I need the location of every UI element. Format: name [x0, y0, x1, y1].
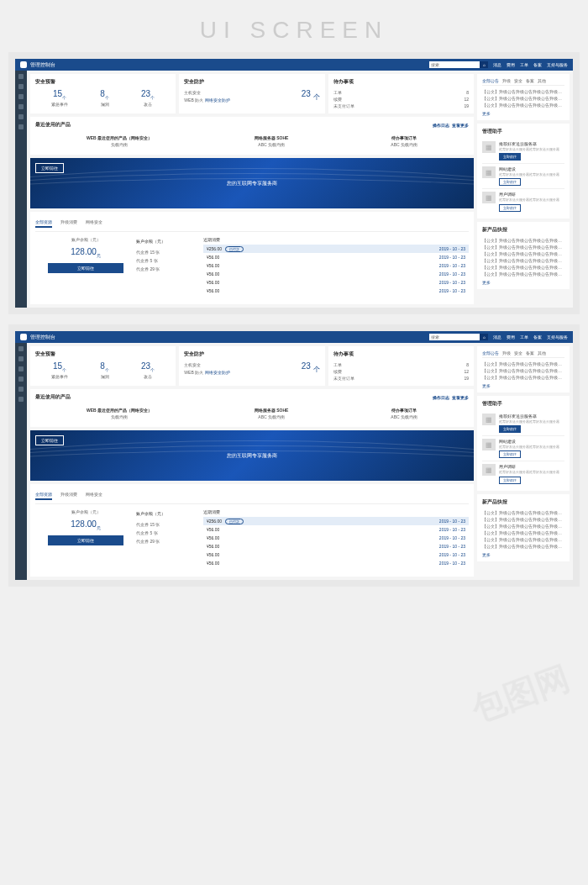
- sidebar: [15, 71, 27, 308]
- consume-row[interactable]: ¥256.00已付款2019 - 10 - 23: [203, 245, 469, 253]
- news-item[interactable]: 【公文】升级公告升级公告升级公告升级公告: [482, 264, 564, 271]
- sidebar-cloud-icon[interactable]: [18, 377, 24, 382]
- logo-icon: [20, 334, 27, 340]
- nav-fees[interactable]: 费用: [507, 335, 515, 340]
- sidebar-data-icon[interactable]: [18, 397, 24, 402]
- consume-row[interactable]: ¥56.002019 - 10 - 23: [203, 261, 469, 270]
- recent-products-panel: 最近使用的产品 操作日志 查看更多 WEB 最近使用的产品（网络安全）负载均衡 …: [30, 117, 474, 155]
- news-item[interactable]: 【公文】升级公告升级公告升级公告升级公告: [482, 257, 564, 264]
- nav-support[interactable]: 支持与服务: [547, 62, 568, 67]
- helper-title: 用户调研: [499, 192, 564, 197]
- sidebar-grid-icon[interactable]: [18, 84, 24, 89]
- security-defense-panel: 安全防护 主机安全 WEB 防火 网络安全防护 23 个: [179, 74, 324, 113]
- search-input[interactable]: [429, 334, 480, 340]
- announcement-item[interactable]: 【公文】升级公告升级公告升级公告升级公告: [482, 95, 564, 102]
- announcement-item[interactable]: 【公文】升级公告升级公告升级公告升级公告: [482, 88, 564, 95]
- helper-thumb-icon: ▦: [482, 192, 496, 203]
- helper-button[interactable]: 立即前往: [499, 204, 521, 212]
- sidebar-home-icon[interactable]: [18, 74, 24, 79]
- tab-security[interactable]: 网络安全: [86, 219, 102, 228]
- ann-more-link[interactable]: 更多: [482, 111, 564, 116]
- panel-title: 安全预警: [35, 78, 171, 86]
- search-button[interactable]: ⌕: [480, 61, 488, 68]
- voucher-head: 账户余额（元）: [136, 237, 203, 245]
- ann-tab-all[interactable]: 全部公告: [482, 78, 499, 83]
- consume-row[interactable]: ¥56.002019 - 10 - 23: [203, 253, 469, 261]
- nav-messages[interactable]: 消息: [493, 335, 501, 340]
- defense-link[interactable]: 网络安全防护: [205, 97, 230, 103]
- search-wrap: ⌕: [429, 61, 488, 68]
- product-col[interactable]: 网络服务器 SOHEABC 负载均衡: [255, 135, 289, 147]
- ann-tab-upgrade[interactable]: 升级: [502, 78, 511, 83]
- logo-icon: [20, 61, 27, 68]
- nav-tickets[interactable]: 工单: [520, 335, 528, 340]
- stat-item: 15个紧急事件: [51, 89, 68, 107]
- news-item[interactable]: 【公文】升级公告升级公告升级公告升级公告: [482, 250, 564, 257]
- consume-row[interactable]: ¥56.002019 - 10 - 23: [203, 287, 469, 295]
- product-col[interactable]: 待办事项订单ABC 负载均衡: [391, 135, 417, 147]
- helper-desc: 推荐好友送云服务器推荐好友送云服务器: [499, 198, 564, 202]
- web-label: WEB 防火: [184, 97, 203, 103]
- balance-label: 账户余额（元）: [35, 237, 136, 242]
- nav-filing[interactable]: 备案: [533, 62, 542, 67]
- recharge-button[interactable]: 立即前往: [48, 263, 123, 273]
- page-label: UI SCREEN: [0, 0, 588, 52]
- consume-title: 近期消费: [203, 237, 469, 242]
- product-col[interactable]: WEB 最近使用的产品（网络安全）负载均衡: [87, 135, 152, 147]
- tab-upgrade[interactable]: 升级消费: [60, 219, 77, 228]
- nav-support[interactable]: 支持与服务: [547, 335, 568, 340]
- app-title: 管理控制台: [30, 334, 55, 341]
- panel-title: 最近使用的产品: [35, 121, 71, 129]
- helper-desc: 推荐好友送云服务器推荐好友送云服务器: [499, 172, 564, 176]
- helper-card: ▦ 推荐好友送云服务器 推荐好友送云服务器推荐好友送云服务器 立即前往: [482, 139, 564, 164]
- nav-fees[interactable]: 费用: [507, 62, 515, 67]
- voucher-line: 代金券 15 张: [136, 248, 203, 256]
- helper-button[interactable]: 立即前往: [499, 153, 521, 161]
- news-item[interactable]: 【公文】升级公告升级公告升级公告升级公告: [482, 244, 564, 250]
- stat-item: 23个攻击: [141, 89, 155, 107]
- new-products-panel: 新产品快报 【公文】升级公告升级公告升级公告升级公告 【公文】升级公告升级公告升…: [477, 222, 570, 289]
- voucher-line: 代金券 29 张: [136, 265, 203, 273]
- sidebar-user-icon[interactable]: [18, 366, 24, 371]
- host-security-label: 主机安全: [184, 89, 229, 97]
- sidebar-home-icon[interactable]: [18, 346, 24, 351]
- sidebar-grid-icon[interactable]: [18, 356, 24, 361]
- sidebar-data-icon[interactable]: [18, 124, 24, 129]
- todo-item[interactable]: 工单8: [333, 89, 469, 96]
- nav-filing[interactable]: 备案: [533, 335, 542, 340]
- voucher-line: 代金券 5 张: [136, 256, 203, 265]
- helper-thumb-icon: ▦: [482, 141, 496, 153]
- announcements-panel: 全部公告 升级 安全 备案 其他 【公文】升级公告升级公告升级公告升级公告 【公…: [477, 74, 570, 120]
- ann-tab-filing[interactable]: 备案: [526, 78, 534, 83]
- banner-button[interactable]: 立即前往: [35, 163, 64, 173]
- stat-item: 8个漏洞: [100, 89, 109, 107]
- search-input[interactable]: [429, 61, 480, 68]
- news-more-link[interactable]: 更多: [482, 280, 564, 285]
- helper-button[interactable]: 立即前往: [499, 178, 521, 186]
- news-item[interactable]: 【公文】升级公告升级公告升级公告升级公告: [482, 271, 564, 277]
- search-button[interactable]: ⌕: [480, 334, 488, 340]
- resource-panel: 全部资源 升级消费 网络安全 账户余额（元） 128.00元 立即前往 账户余额…: [30, 212, 474, 304]
- consume-row[interactable]: ¥56.002019 - 10 - 23: [203, 270, 469, 278]
- todo-item[interactable]: 续费12: [333, 96, 469, 103]
- sidebar-user-icon[interactable]: [18, 94, 24, 99]
- news-item[interactable]: 【公文】升级公告升级公告升级公告升级公告: [482, 237, 564, 244]
- todo-item[interactable]: 未支付订单19: [333, 103, 469, 109]
- log-link[interactable]: 操作日志: [433, 123, 449, 128]
- sidebar-gear-icon[interactable]: [18, 387, 24, 392]
- nav-messages[interactable]: 消息: [493, 62, 501, 67]
- ann-tab-security[interactable]: 安全: [514, 78, 522, 83]
- helper-thumb-icon: ▦: [482, 166, 496, 178]
- sidebar-cloud-icon[interactable]: [18, 104, 24, 109]
- sidebar-gear-icon[interactable]: [18, 114, 24, 119]
- helper-title: 网站建设: [499, 166, 564, 171]
- tab-all-resources[interactable]: 全部资源: [35, 219, 52, 228]
- todo-panel: 待办事项 工单8 续费12 未支付订单19: [328, 74, 474, 113]
- view-more-link[interactable]: 查看更多: [452, 123, 469, 128]
- nav-tickets[interactable]: 工单: [520, 62, 528, 67]
- security-alert-panel: 安全预警 15个紧急事件 8个漏洞 23个攻击: [30, 74, 176, 113]
- panel-title: 待办事项: [333, 78, 469, 86]
- announcement-item[interactable]: 【公文】升级公告升级公告升级公告升级公告: [482, 102, 564, 108]
- consume-row[interactable]: ¥56.002019 - 10 - 23: [203, 278, 469, 287]
- ann-tab-other[interactable]: 其他: [538, 78, 546, 83]
